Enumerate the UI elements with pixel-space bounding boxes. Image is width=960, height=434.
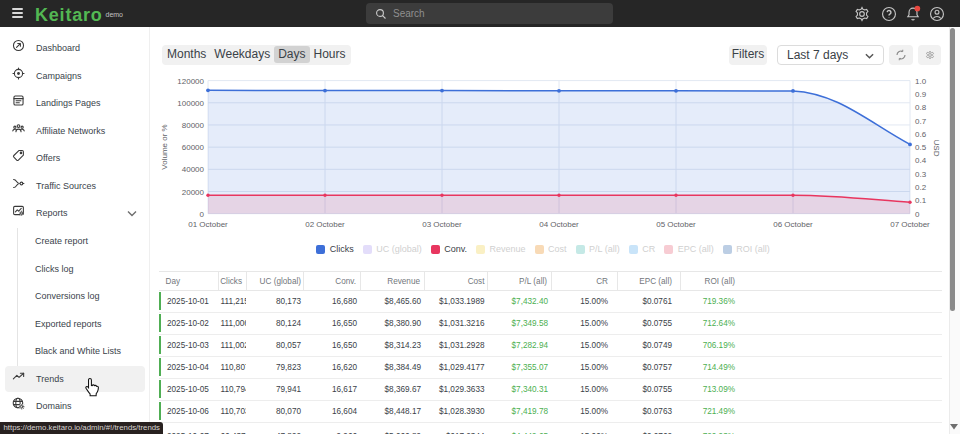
svg-text:0.4: 0.4 xyxy=(915,156,927,165)
svg-text:1.0: 1.0 xyxy=(915,77,927,86)
svg-text:01 October: 01 October xyxy=(188,220,228,229)
svg-text:07 October: 07 October xyxy=(890,220,930,229)
svg-text:05 October: 05 October xyxy=(656,220,696,229)
svg-text:100000: 100000 xyxy=(177,99,204,108)
svg-text:120000: 120000 xyxy=(177,77,204,86)
svg-text:0.2: 0.2 xyxy=(915,183,927,192)
svg-text:USD: USD xyxy=(932,140,941,157)
svg-text:0.9: 0.9 xyxy=(915,90,927,99)
svg-text:0.8: 0.8 xyxy=(915,103,927,112)
svg-text:0.3: 0.3 xyxy=(915,170,927,179)
svg-text:0: 0 xyxy=(915,210,920,219)
svg-text:02 October: 02 October xyxy=(305,220,345,229)
svg-text:0.1: 0.1 xyxy=(915,196,927,205)
svg-text:04 October: 04 October xyxy=(539,220,579,229)
svg-text:0.6: 0.6 xyxy=(915,130,927,139)
svg-text:0.5: 0.5 xyxy=(915,143,927,152)
svg-text:0: 0 xyxy=(200,210,205,219)
svg-text:20000: 20000 xyxy=(182,188,205,197)
svg-text:40000: 40000 xyxy=(182,165,205,174)
svg-text:80000: 80000 xyxy=(182,121,205,130)
svg-text:60000: 60000 xyxy=(182,143,205,152)
svg-text:03 October: 03 October xyxy=(422,220,462,229)
svg-text:06 October: 06 October xyxy=(773,220,813,229)
svg-text:Volume or %: Volume or % xyxy=(160,124,169,169)
svg-text:0.7: 0.7 xyxy=(915,117,927,126)
